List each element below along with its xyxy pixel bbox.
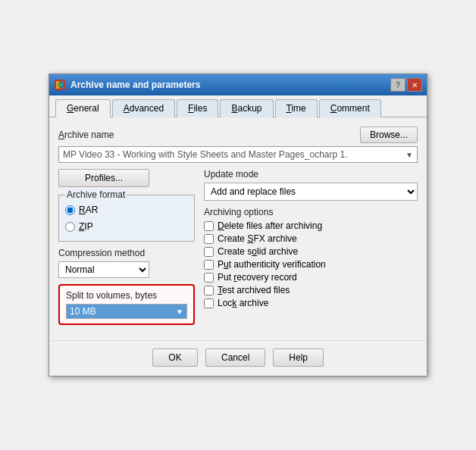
checkbox-lock: Lock archive (204, 298, 418, 308)
recovery-checkbox[interactable] (204, 273, 214, 283)
footer: OK Cancel Help (49, 340, 427, 376)
checkbox-sfx: Create SFX archive (204, 233, 418, 244)
help-title-button[interactable]: ? (390, 78, 406, 92)
split-volumes-input[interactable] (70, 306, 176, 317)
main-window: Archive name and parameters ? ✕ General … (49, 73, 427, 377)
two-col-layout: Profiles... Archive format RAR ZIP Comp (58, 169, 418, 325)
solid-label: Create solid archive (218, 246, 298, 257)
svg-rect-3 (58, 83, 62, 86)
title-bar-buttons: ? ✕ (390, 78, 422, 92)
tab-backup-label: Backup (231, 103, 261, 114)
archive-name-field[interactable] (63, 149, 406, 160)
help-button[interactable]: Help (273, 348, 324, 367)
rar-radio[interactable] (65, 205, 75, 215)
archiving-options-section: Archiving options Delete files after arc… (204, 207, 418, 308)
checkbox-solid: Create solid archive (204, 246, 418, 257)
tab-advanced-label: Advanced (124, 103, 164, 114)
tab-time[interactable]: Time (275, 99, 318, 117)
cancel-button[interactable]: Cancel (205, 348, 265, 367)
left-column: Profiles... Archive format RAR ZIP Comp (58, 169, 195, 325)
lock-checkbox[interactable] (204, 298, 214, 308)
test-checkbox[interactable] (204, 286, 214, 295)
tab-comment[interactable]: Comment (319, 99, 381, 117)
split-volumes-label: Split to volumes, bytes (66, 290, 187, 301)
sfx-checkbox[interactable] (204, 234, 214, 244)
archiving-options-title: Archiving options (204, 207, 418, 217)
tab-bar: General Advanced Files Backup Time Comme… (49, 95, 427, 117)
archive-name-row: Archive name Browse... (58, 127, 418, 143)
authenticity-label: Put authenticity verification (218, 259, 326, 270)
title-bar: Archive name and parameters ? ✕ (49, 74, 427, 95)
tab-comment-label: Comment (330, 103, 370, 114)
authenticity-checkbox[interactable] (204, 260, 214, 270)
checkbox-authenticity: Put authenticity verification (204, 259, 418, 270)
tab-files[interactable]: Files (177, 99, 218, 117)
window-title: Archive name and parameters (70, 80, 200, 90)
content-area: Archive name Browse... ▼ Profiles... Arc… (49, 117, 427, 340)
archive-name-dropdown-arrow[interactable]: ▼ (406, 151, 413, 159)
update-mode-label: Update mode (204, 169, 418, 180)
recovery-label: Put recovery record (218, 272, 297, 283)
checkbox-delete-files: Delete files after archiving (204, 220, 418, 231)
checkbox-test: Test archived files (204, 285, 418, 295)
tab-time-label: Time (287, 103, 306, 114)
close-title-button[interactable]: ✕ (407, 78, 422, 92)
profiles-button[interactable]: Profiles... (58, 169, 149, 187)
update-mode-section: Update mode Add and replace files Update… (204, 169, 418, 201)
archive-format-group: Archive format RAR ZIP (58, 195, 195, 242)
archive-name-input-wrapper: ▼ (58, 146, 418, 163)
delete-files-label: Delete files after archiving (218, 220, 322, 231)
sfx-label: Create SFX archive (218, 233, 297, 244)
ok-button[interactable]: OK (152, 348, 198, 367)
compression-method-label: Compression method (58, 248, 195, 258)
solid-checkbox[interactable] (204, 247, 214, 257)
delete-files-checkbox[interactable] (204, 221, 214, 231)
right-column: Update mode Add and replace files Update… (204, 169, 418, 325)
zip-label: ZIP (79, 221, 93, 232)
test-label: Test archived files (218, 285, 290, 295)
tab-general-label: General (67, 103, 99, 114)
winrar-icon (54, 79, 66, 91)
archive-format-title: Archive format (65, 189, 127, 200)
browse-button[interactable]: Browse... (360, 127, 418, 143)
split-dropdown-arrow[interactable]: ▼ (176, 308, 183, 316)
checkbox-recovery: Put recovery record (204, 272, 418, 283)
lock-label: Lock archive (218, 298, 268, 308)
tab-general[interactable]: General (55, 99, 111, 117)
zip-radio[interactable] (65, 222, 75, 232)
tab-advanced[interactable]: Advanced (112, 99, 175, 117)
rar-radio-row: RAR (65, 202, 188, 215)
compression-method-select[interactable]: Normal Store Fastest Fast Good Best (58, 261, 149, 278)
rar-label: RAR (79, 205, 98, 215)
title-bar-left: Archive name and parameters (54, 79, 200, 91)
zip-radio-row: ZIP (65, 218, 188, 232)
split-volumes-box: Split to volumes, bytes ▼ (58, 284, 195, 325)
tab-backup[interactable]: Backup (220, 99, 273, 117)
archive-name-label: Archive name (58, 130, 114, 140)
compression-method-section: Compression method Normal Store Fastest … (58, 248, 195, 278)
update-mode-select[interactable]: Add and replace files Update and add fil… (204, 183, 418, 201)
tab-files-label: Files (188, 103, 207, 114)
split-input-row: ▼ (66, 304, 187, 319)
